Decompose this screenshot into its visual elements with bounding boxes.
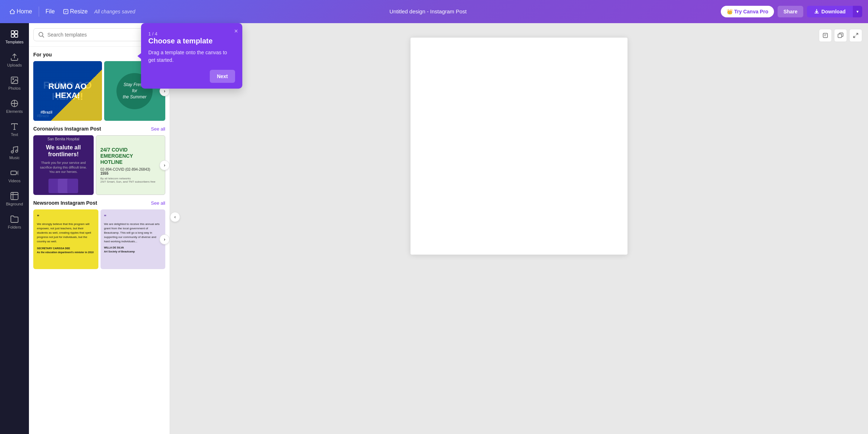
expand-tool-button[interactable] (849, 29, 862, 42)
canvas-page (410, 38, 627, 255)
coronavirus-see-all[interactable]: See all (151, 126, 165, 132)
download-button[interactable]: Download (807, 6, 853, 17)
coronavirus-section-header: Coronavirus Instagram Post See all (33, 121, 165, 135)
header-right: 👑 Try Canva Pro Share Download ▾ (721, 6, 862, 17)
tooltip-description: Drag a template onto the canvas to get s… (148, 49, 235, 64)
sidebar-item-elements[interactable]: Elements (1, 95, 27, 117)
sidebar-item-music[interactable]: Music (1, 142, 27, 163)
sidebar-item-templates[interactable]: Templates (1, 26, 27, 48)
canvas-toolbar (819, 29, 862, 42)
save-status: All changes saved (94, 9, 135, 14)
home-button[interactable]: Home (6, 6, 36, 17)
svg-rect-3 (15, 31, 18, 34)
search-icon (38, 31, 44, 38)
sidebar-item-label: Elements (6, 109, 23, 114)
resize-button[interactable]: Resize (60, 6, 91, 17)
template-card-covid-hotline[interactable]: 24/7 COVIDEMERGENCYHOTLINE 02-894-COVID … (96, 135, 166, 195)
newsroom-next-button[interactable]: › (159, 234, 170, 244)
sidebar-item-label: Videos (8, 179, 20, 183)
template-card-frontliners[interactable]: San Benita Hospital We salute all frontl… (33, 135, 94, 195)
sidebar-item-text[interactable]: Text (1, 119, 27, 140)
sidebar-item-label: Bkground (6, 202, 23, 206)
download-dropdown-button[interactable]: ▾ (853, 6, 862, 17)
template-card-newsroom2[interactable]: " We are delighted to receive this annua… (101, 209, 166, 269)
template-card-newsroom1[interactable]: " We strongly believe that this program … (33, 209, 98, 269)
sidebar-item-label: Uploads (7, 63, 22, 67)
note-tool-button[interactable] (819, 29, 832, 42)
tooltip-counter: 1 / 4 (148, 31, 157, 37)
main-layout: Templates Uploads Photos Elements Text M… (0, 23, 868, 434)
app-header: Home File Resize All changes saved Untit… (0, 0, 868, 23)
svg-rect-2 (11, 31, 14, 34)
hide-panel-button[interactable]: ‹ (170, 212, 180, 222)
svg-line-18 (42, 36, 44, 37)
svg-point-8 (13, 78, 14, 80)
share-button[interactable]: Share (778, 6, 803, 17)
for-you-title: For you (33, 52, 52, 58)
tooltip-next-button[interactable]: Next (210, 70, 235, 83)
sidebar-item-folders[interactable]: Folders (1, 211, 27, 233)
icon-sidebar: Templates Uploads Photos Elements Text M… (0, 23, 29, 434)
sidebar-item-label: Text (11, 132, 18, 137)
header-center: Untitled design - Instagram Post (138, 8, 718, 15)
header-divider (39, 7, 39, 17)
header-left: Home File Resize All changes saved (6, 6, 135, 17)
newsroom-see-all[interactable]: See all (151, 200, 165, 206)
tooltip-title: Choose a template (148, 37, 235, 45)
coronavirus-next-button[interactable]: › (159, 160, 170, 170)
file-menu[interactable]: File (42, 6, 59, 17)
svg-rect-22 (823, 33, 827, 38)
svg-point-13 (16, 150, 18, 152)
newsroom-section-header: Newsroom Instagram Post See all (33, 195, 165, 209)
template-card-brazil[interactable]: RUMO AOHEXA! #Brazil RUMO AOHEXA! #Brazi… (33, 61, 102, 121)
sidebar-item-label: Photos (8, 86, 21, 90)
sidebar-item-uploads[interactable]: Uploads (1, 49, 27, 71)
svg-rect-14 (11, 171, 16, 175)
tooltip-popup: 1 / 4 Choose a template Drag a template … (141, 23, 242, 89)
svg-rect-5 (15, 34, 18, 37)
sidebar-item-label: Templates (5, 40, 24, 44)
tooltip-arrow (137, 53, 141, 59)
newsroom-title: Newsroom Instagram Post (33, 200, 97, 206)
canvas-area (170, 23, 868, 434)
newsroom-grid: " We strongly believe that this program … (33, 209, 165, 269)
duplicate-tool-button[interactable] (834, 29, 847, 42)
template-content: For you See all RUMO AOHEXA! #Brazil RUM… (29, 47, 170, 434)
try-pro-button[interactable]: 👑 Try Canva Pro (721, 6, 774, 17)
svg-rect-4 (11, 34, 14, 37)
svg-rect-16 (11, 192, 18, 200)
sidebar-item-label: Folders (8, 225, 21, 229)
search-box[interactable] (33, 28, 152, 41)
download-group: Download ▾ (807, 6, 862, 17)
tooltip-close-button[interactable]: × (234, 27, 238, 35)
coronavirus-title: Coronavirus Instagram Post (33, 126, 101, 132)
svg-point-12 (11, 151, 13, 153)
sidebar-item-videos[interactable]: Videos (1, 165, 27, 187)
svg-rect-25 (838, 34, 842, 38)
sidebar-item-label: Music (9, 156, 20, 160)
sidebar-item-background[interactable]: Bkground (1, 188, 27, 210)
document-title: Untitled design - Instagram Post (390, 8, 467, 14)
crown-icon: 👑 (727, 9, 733, 14)
search-input[interactable] (47, 32, 147, 38)
sidebar-item-photos[interactable]: Photos (1, 72, 27, 94)
coronavirus-grid: San Benita Hospital We salute all frontl… (33, 135, 165, 195)
svg-line-1 (65, 11, 67, 12)
